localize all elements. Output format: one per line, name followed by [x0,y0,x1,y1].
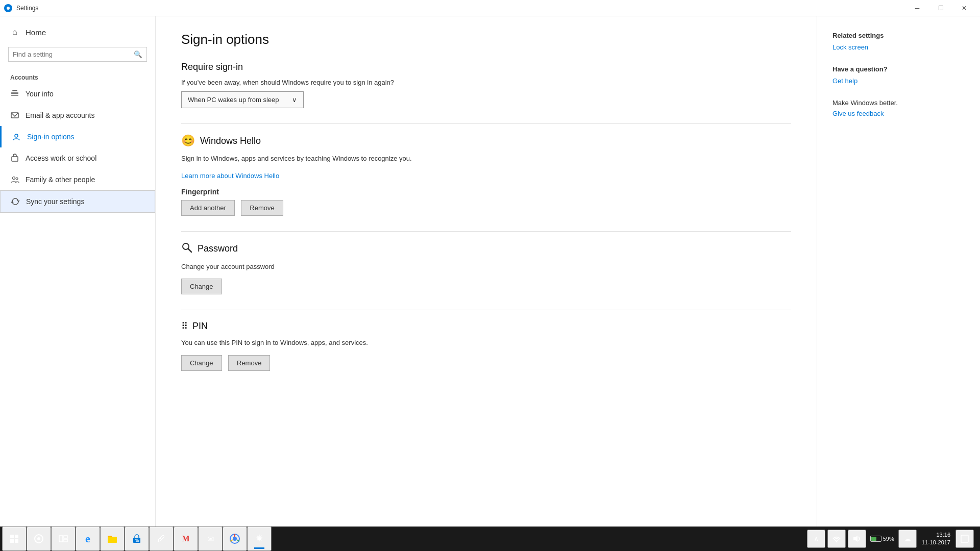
onedrive-icon-button[interactable]: ☁ [898,530,917,548]
make-windows-better-section: Make Windows better. Give us feedback [832,99,965,117]
sync-icon [11,197,20,206]
chevron-down-icon: ∨ [292,96,297,104]
learn-more-link[interactable]: Learn more about Windows Hello [181,172,279,180]
settings-app-taskbar-button[interactable] [247,527,272,551]
right-panel: Related settings Lock screen Have a ques… [817,16,980,527]
access-work-icon [10,154,19,163]
get-help-link[interactable]: Get help [832,77,965,85]
battery-percent: 59% [883,536,894,542]
svg-line-11 [188,248,192,252]
titlebar-left: Settings [4,4,38,12]
dropdown-value: When PC wakes up from sleep [188,96,279,104]
related-settings-heading: Related settings [832,32,965,39]
email-app-button[interactable]: ✉ [198,527,223,551]
minimize-button[interactable]: ─ [905,0,929,16]
password-icon [181,242,192,256]
pin-heading: ⠿ PIN [181,320,791,332]
search-input[interactable] [9,47,130,61]
svg-rect-21 [108,537,117,543]
start-button[interactable] [2,527,27,551]
edge-button[interactable]: e [76,527,100,551]
password-description: Change your account password [181,262,791,272]
battery-indicator[interactable]: 59% [868,536,896,542]
require-signin-description: If you've been away, when should Windows… [181,79,791,86]
fingerprint-remove-button[interactable]: Remove [241,200,283,216]
have-question-section: Have a question? Get help [832,65,965,85]
pin-description: You can use this PIN to sign in to Windo… [181,338,791,348]
sign-in-options-label: Sign-in options [27,133,75,141]
sidebar-home-label: Home [26,28,46,37]
sidebar-item-sign-in-options[interactable]: Sign-in options [0,126,155,147]
titlebar-title: Settings [16,5,38,12]
svg-rect-13 [15,535,18,538]
windows-hello-icon: 😊 [181,134,195,147]
sidebar-item-email-accounts[interactable]: Email & app accounts [0,105,155,126]
require-signin-section: Require sign-in If you've been away, whe… [181,62,791,108]
sidebar-item-family[interactable]: Family & other people [0,169,155,190]
show-hidden-icons-button[interactable]: ∧ [807,530,825,548]
volume-icon-button[interactable] [848,530,866,548]
lock-screen-link[interactable]: Lock screen [832,43,965,51]
clock-date: 11-10-2017 [922,539,950,546]
sidebar: ⌂ Home 🔍 Accounts Your info Email & app … [0,16,156,527]
sidebar-item-access-work-school[interactable]: Access work or school [0,147,155,169]
taskbar-apps: e 🛍 🖊 M ✉ [76,527,272,551]
home-icon: ⌂ [10,28,19,37]
pin-icon: ⠿ [181,320,187,332]
taskbar-time[interactable]: 13:16 11-10-2017 [919,531,953,547]
search-button[interactable]: 🔍 [130,47,146,61]
fingerprint-section: Fingerprint Add another Remove [181,188,791,216]
task-view-button[interactable] [51,527,76,551]
your-info-icon [10,89,19,98]
paint-button[interactable]: 🖊 [149,527,174,551]
titlebar-controls: ─ ☐ ✕ [905,0,976,16]
svg-point-6 [15,134,18,137]
file-explorer-button[interactable] [100,527,125,551]
svg-point-8 [13,177,15,180]
sign-in-options-icon [12,132,21,141]
pin-remove-button[interactable]: Remove [228,355,270,371]
taskbar-right: ∧ 59% ☁ 13:16 11-10-2017 [807,530,978,548]
notification-center-button[interactable] [955,530,974,548]
page-title: Sign-in options [181,32,791,47]
add-another-button[interactable]: Add another [181,200,235,216]
close-button[interactable]: ✕ [952,0,976,16]
give-feedback-link[interactable]: Give us feedback [832,110,965,117]
windows-hello-section: 😊 Windows Hello Sign in to Windows, apps… [181,134,791,216]
taskbar: e 🛍 🖊 M ✉ ∧ 59% ☁ 13 [0,527,980,551]
svg-rect-12 [10,535,14,538]
main-content: Sign-in options Require sign-in If you'v… [156,16,817,527]
store-button[interactable]: 🛍 [125,527,149,551]
svg-rect-19 [64,536,67,538]
sidebar-item-sync-settings[interactable]: Sync your settings [0,190,155,213]
sidebar-item-your-info[interactable]: Your info [0,83,155,105]
require-signin-heading: Require sign-in [181,62,791,72]
svg-text:🛍: 🛍 [135,538,139,543]
windows-hello-heading: 😊 Windows Hello [181,134,791,147]
battery-bar [870,536,881,542]
pin-change-button[interactable]: Change [181,355,222,371]
family-icon [10,175,19,184]
family-label: Family & other people [26,176,95,184]
maximize-button[interactable]: ☐ [929,0,952,16]
clock-time: 13:16 [922,531,950,539]
sync-settings-label: Sync your settings [26,197,84,206]
svg-rect-3 [11,93,18,94]
require-signin-dropdown[interactable]: When PC wakes up from sleep ∨ [181,91,304,108]
sidebar-home[interactable]: ⌂ Home [0,21,155,43]
malwarebytes-button[interactable]: M [174,527,198,551]
password-section: Password Change your account password Ch… [181,242,791,295]
svg-point-9 [16,178,18,180]
separator-3 [181,310,791,310]
svg-rect-18 [59,536,63,542]
svg-rect-4 [11,95,18,96]
svg-point-17 [37,537,40,540]
chrome-button[interactable] [223,527,247,551]
password-change-button[interactable]: Change [181,279,222,294]
network-icon-button[interactable] [827,530,846,548]
cortana-search-button[interactable] [27,527,51,551]
sidebar-search-box[interactable]: 🔍 [8,47,147,62]
svg-rect-20 [64,539,67,542]
separator-1 [181,123,791,124]
svg-rect-15 [15,539,18,543]
